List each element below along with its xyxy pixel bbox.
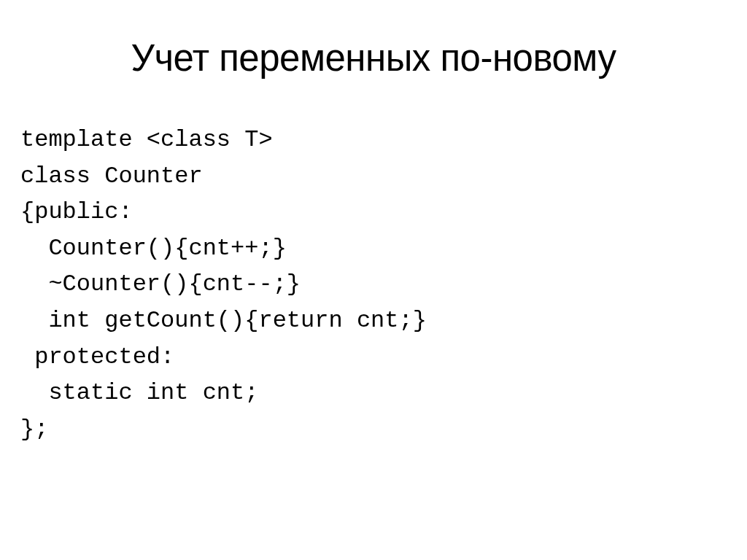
code-block: template <class T> class Counter {public… [15, 122, 732, 447]
code-line: int getCount(){return cnt;} [20, 307, 427, 334]
code-line: template <class T> [20, 126, 273, 153]
code-line: static int cnt; [20, 379, 258, 406]
code-line: class Counter [20, 163, 203, 190]
code-line: }; [20, 416, 48, 443]
code-line: {public: [20, 198, 133, 225]
slide-title: Учет переменных по-новому [15, 36, 732, 79]
code-line: Counter(){cnt++;} [20, 235, 287, 262]
code-line: protected: [20, 343, 174, 370]
code-line: ~Counter(){cnt--;} [20, 271, 301, 298]
slide-container: Учет переменных по-новому template <clas… [0, 0, 747, 560]
